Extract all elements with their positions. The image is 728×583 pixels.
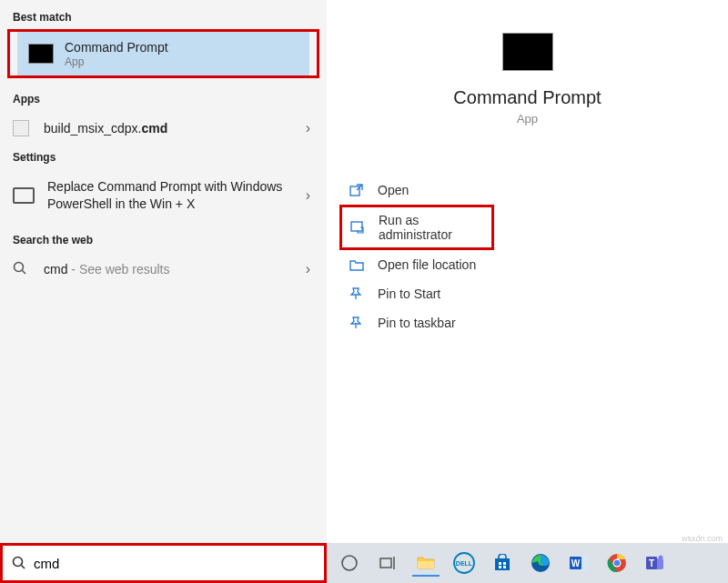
pin-taskbar-icon bbox=[349, 316, 365, 330]
result-title: cmd bbox=[44, 262, 67, 276]
store-icon[interactable] bbox=[489, 549, 516, 577]
action-pin-to-taskbar[interactable]: Pin to taskbar bbox=[343, 308, 728, 337]
action-label: Open bbox=[378, 183, 409, 197]
svg-text:W: W bbox=[571, 558, 581, 568]
svg-rect-16 bbox=[503, 566, 506, 568]
svg-rect-9 bbox=[418, 561, 434, 568]
search-icon bbox=[13, 261, 29, 277]
svg-rect-12 bbox=[495, 558, 510, 570]
result-command-prompt[interactable]: Command Prompt App bbox=[17, 32, 309, 75]
result-title: Replace Command Prompt with Windows Powe… bbox=[47, 178, 314, 211]
action-label: Open file location bbox=[378, 257, 476, 272]
open-icon bbox=[349, 183, 365, 197]
task-view-icon[interactable] bbox=[374, 549, 401, 577]
settings-header: Settings bbox=[0, 146, 327, 169]
result-hint: - See web results bbox=[67, 262, 169, 276]
svg-point-0 bbox=[15, 262, 24, 271]
file-explorer-icon[interactable] bbox=[412, 549, 440, 577]
action-label: Pin to taskbar bbox=[378, 316, 456, 330]
admin-icon bbox=[349, 220, 366, 235]
chevron-right-icon[interactable]: › bbox=[306, 261, 310, 277]
highlight-best-match: Command Prompt App bbox=[7, 29, 319, 78]
svg-rect-15 bbox=[499, 566, 501, 568]
word-icon[interactable]: W bbox=[565, 549, 592, 577]
search-input[interactable] bbox=[34, 556, 315, 571]
display-settings-icon bbox=[13, 187, 35, 204]
action-run-as-admin[interactable]: Run as administrator bbox=[339, 205, 494, 250]
cortana-icon[interactable] bbox=[336, 549, 363, 577]
preview-header: Command Prompt App bbox=[327, 0, 728, 126]
action-open[interactable]: Open bbox=[343, 176, 728, 205]
taskbar: DELL W T bbox=[327, 543, 728, 583]
action-label: Pin to Start bbox=[378, 286, 440, 301]
script-file-icon bbox=[13, 120, 29, 136]
svg-point-6 bbox=[342, 556, 357, 570]
folder-icon bbox=[349, 257, 365, 272]
svg-line-1 bbox=[23, 270, 26, 274]
teams-icon[interactable]: T bbox=[642, 549, 669, 577]
chevron-right-icon[interactable]: › bbox=[306, 120, 310, 136]
action-pin-to-start[interactable]: Pin to Start bbox=[343, 279, 728, 308]
preview-type: App bbox=[327, 112, 728, 126]
result-title: Command Prompt bbox=[65, 39, 298, 55]
chrome-icon[interactable] bbox=[603, 549, 631, 577]
result-build-script[interactable]: build_msix_cdpx.cmd › bbox=[0, 111, 327, 146]
svg-rect-13 bbox=[499, 562, 501, 565]
svg-rect-14 bbox=[503, 562, 506, 565]
action-open-file-location[interactable]: Open file location bbox=[343, 250, 728, 279]
svg-rect-7 bbox=[380, 558, 391, 568]
search-bar[interactable] bbox=[0, 543, 327, 583]
cmd-preview-icon bbox=[502, 33, 553, 71]
svg-point-23 bbox=[614, 560, 621, 567]
edge-icon[interactable] bbox=[527, 549, 554, 577]
result-title: build_msix_cdpx.cmd bbox=[44, 120, 314, 136]
preview-title: Command Prompt bbox=[327, 87, 728, 108]
svg-text:T: T bbox=[649, 558, 654, 568]
search-results-panel: Best match Command Prompt App Apps build… bbox=[0, 0, 327, 543]
search-icon bbox=[12, 556, 26, 570]
preview-panel: Command Prompt App Open Run as administr… bbox=[327, 0, 728, 543]
watermark: wsxdn.com bbox=[682, 534, 723, 543]
svg-rect-2 bbox=[350, 186, 359, 196]
result-subtitle: App bbox=[65, 55, 298, 68]
svg-line-5 bbox=[22, 566, 25, 569]
result-web-cmd[interactable]: cmd - See web results › bbox=[0, 252, 327, 286]
result-replace-cmd-powershell[interactable]: Replace Command Prompt with Windows Powe… bbox=[0, 169, 327, 220]
chevron-right-icon[interactable]: › bbox=[306, 187, 310, 204]
svg-text:DELL: DELL bbox=[456, 560, 473, 567]
svg-point-4 bbox=[14, 558, 23, 567]
apps-header: Apps bbox=[0, 87, 327, 111]
dell-icon[interactable]: DELL bbox=[450, 549, 478, 577]
pin-start-icon bbox=[349, 286, 365, 301]
actions-list: Open Run as administrator Open file loca… bbox=[327, 176, 728, 337]
svg-rect-3 bbox=[351, 222, 362, 231]
action-label: Run as administrator bbox=[379, 213, 480, 242]
svg-point-25 bbox=[659, 556, 663, 560]
cmd-icon bbox=[28, 44, 54, 64]
web-header: Search the web bbox=[0, 228, 327, 252]
best-match-header: Best match bbox=[0, 5, 327, 29]
